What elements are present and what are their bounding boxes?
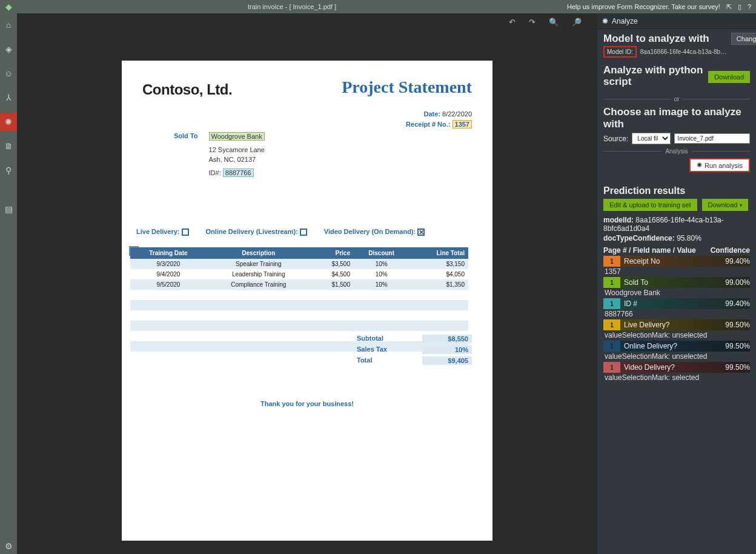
date-value: 8/22/2020 bbox=[442, 110, 472, 118]
subtotal-value: $8,550 bbox=[422, 335, 472, 343]
survey-link[interactable]: Help us improve Form Recognizer. Take ou… bbox=[567, 3, 720, 10]
field-value: 1357 bbox=[603, 267, 750, 276]
total-label: Total bbox=[357, 356, 372, 365]
field-name: Video Delivery? bbox=[624, 363, 725, 372]
analyze-bolt-icon: ✺ bbox=[602, 17, 608, 25]
source-label: Source: bbox=[603, 135, 628, 143]
share-icon[interactable]: ⇱ bbox=[726, 3, 732, 11]
analyze-tab-label: Analyze bbox=[612, 17, 638, 25]
col-header: Description bbox=[207, 247, 311, 259]
analyze-panel: ✺ Analyze Model to analyze with Model ID… bbox=[597, 13, 756, 554]
col-header: Training Date bbox=[130, 247, 207, 259]
tax-label: Sales Tax bbox=[357, 345, 387, 354]
soldto-label: Sold To bbox=[174, 132, 198, 178]
doctype-value: 95.80% bbox=[677, 234, 701, 242]
help-icon[interactable]: ? bbox=[748, 3, 751, 10]
field-value: valueSelectionMark: unselected bbox=[603, 352, 750, 361]
analysis-divider: Analysis bbox=[665, 148, 688, 155]
model-heading: Model to analyze with bbox=[603, 33, 728, 45]
online-delivery-checkbox bbox=[300, 229, 307, 236]
id-value: 8887766 bbox=[223, 169, 254, 177]
company-name: Contoso, Ltd. bbox=[142, 81, 232, 98]
thanks-text: Thank you for your business! bbox=[122, 400, 492, 407]
merge-icon[interactable]: ⅄ bbox=[0, 90, 17, 105]
field-name: Sold To bbox=[624, 278, 725, 287]
tax-value: 10% bbox=[422, 345, 472, 354]
prediction-item[interactable]: 1Sold To99.00%Woodgrove Bank bbox=[603, 277, 750, 297]
page-badge: 1 bbox=[603, 256, 620, 267]
model-id-label: Model ID: bbox=[603, 46, 637, 58]
bolt-icon: ✺ bbox=[697, 161, 702, 169]
modelid-label: modelId: bbox=[603, 216, 634, 224]
script-heading: Analyze with python script bbox=[603, 65, 705, 87]
field-value: valueSelectionMark: selected bbox=[603, 373, 750, 382]
page-badge: 1 bbox=[603, 277, 620, 288]
soldto-name: Woodgrove Bank bbox=[209, 132, 265, 141]
file-input[interactable] bbox=[674, 133, 750, 144]
invoice-document: Contoso, Ltd. Project Statement Date: 8/… bbox=[122, 61, 492, 541]
field-value: 8887766 bbox=[603, 310, 750, 318]
document-icon[interactable]: ▤ bbox=[0, 201, 17, 217]
confidence: 99.50% bbox=[725, 321, 750, 329]
or-divider: or bbox=[674, 96, 680, 102]
download-script-button[interactable]: Download bbox=[708, 71, 750, 83]
run-analysis-button[interactable]: ✺Run analysis bbox=[689, 158, 750, 172]
model-id-value: 8aa16866-16fe-44ca-b13a-8bfc6a... bbox=[640, 48, 728, 55]
confidence: 99.50% bbox=[725, 342, 750, 350]
receipt-value: 1357 bbox=[453, 120, 472, 128]
live-delivery-label: Live Delivery: bbox=[136, 228, 180, 235]
page-badge: 1 bbox=[603, 362, 620, 373]
prediction-item[interactable]: 1ID #99.40%8887766 bbox=[603, 298, 750, 318]
change-model-button[interactable]: Change bbox=[731, 33, 756, 45]
col-header: Line Total bbox=[409, 247, 468, 259]
zoom-in-button[interactable]: 🔎 bbox=[572, 18, 582, 27]
doc-title: Project Statement bbox=[342, 78, 472, 97]
image-heading: Choose an image to analyze with bbox=[603, 106, 750, 130]
download-results-button[interactable]: Download bbox=[702, 199, 749, 211]
field-value: Woodgrove Bank bbox=[603, 289, 750, 297]
pred-header-conf: Confidence bbox=[711, 246, 750, 255]
field-name: Live Delivery? bbox=[624, 321, 725, 329]
prediction-item[interactable]: 1Receipt No99.40%1357 bbox=[603, 256, 750, 276]
soldto-addr2: Ash, NC, 02137 bbox=[209, 155, 265, 165]
soldto-addr1: 12 Sycamore Lane bbox=[209, 145, 265, 155]
redo-button[interactable]: ↷ bbox=[529, 18, 536, 27]
table-row: 9/3/2020Speaker Training$3,50010%$3,150 bbox=[130, 259, 468, 269]
col-header: Discount bbox=[354, 247, 409, 259]
page-export-icon[interactable]: 🗎 bbox=[0, 138, 17, 154]
analyze-icon[interactable]: ✺ bbox=[0, 114, 17, 130]
home-icon[interactable]: ⌂ bbox=[0, 17, 17, 33]
video-delivery-label: Video Delivery (On Demand): bbox=[324, 228, 416, 235]
field-name: Receipt No bbox=[624, 257, 725, 265]
field-value: valueSelectionMark: unselected bbox=[603, 331, 750, 339]
id-label: ID#: bbox=[209, 169, 221, 176]
doc-toolbar: ↶ ↷ 🔍 🔎 bbox=[17, 13, 597, 30]
panel-icon[interactable]: ▯ bbox=[738, 3, 741, 11]
confidence: 99.00% bbox=[725, 278, 750, 287]
source-select[interactable]: Local file bbox=[632, 133, 671, 144]
prediction-item[interactable]: 1Online Delivery?99.50%valueSelectionMar… bbox=[603, 341, 750, 361]
edit-upload-button[interactable]: Edit & upload to training set bbox=[603, 199, 697, 211]
undo-button[interactable]: ↶ bbox=[509, 18, 516, 27]
pred-header-name: Page # / Field name / Value bbox=[603, 246, 696, 255]
results-heading: Prediction results bbox=[603, 185, 750, 196]
prediction-item[interactable]: 1Live Delivery?99.50%valueSelectionMark:… bbox=[603, 319, 750, 339]
video-delivery-checkbox bbox=[417, 229, 425, 236]
field-name: Online Delivery? bbox=[624, 342, 725, 350]
tag-icon[interactable]: ◈ bbox=[0, 41, 17, 57]
title-bar: ◆ train invoice - [ Invoice_1.pdf ] Help… bbox=[0, 0, 756, 13]
col-header: Price bbox=[311, 247, 354, 259]
live-delivery-checkbox bbox=[182, 229, 189, 236]
subtotal-label: Subtotal bbox=[357, 335, 383, 343]
online-delivery-label: Online Delivery (Livestream): bbox=[206, 228, 298, 235]
field-name: ID # bbox=[624, 299, 725, 308]
plug-icon[interactable]: ⚲ bbox=[0, 162, 17, 178]
settings-icon[interactable]: ⚙ bbox=[0, 538, 17, 554]
robot-icon[interactable]: ☺ bbox=[0, 65, 17, 81]
app-logo-icon: ◆ bbox=[0, 2, 17, 12]
confidence: 99.40% bbox=[725, 257, 750, 265]
prediction-item[interactable]: 1Video Delivery?99.50%valueSelectionMark… bbox=[603, 362, 750, 382]
document-viewer: ↶ ↷ 🔍 🔎 Contoso, Ltd. Project Statement … bbox=[17, 13, 597, 554]
zoom-out-button[interactable]: 🔍 bbox=[549, 18, 559, 27]
total-value: $9,405 bbox=[422, 356, 472, 365]
